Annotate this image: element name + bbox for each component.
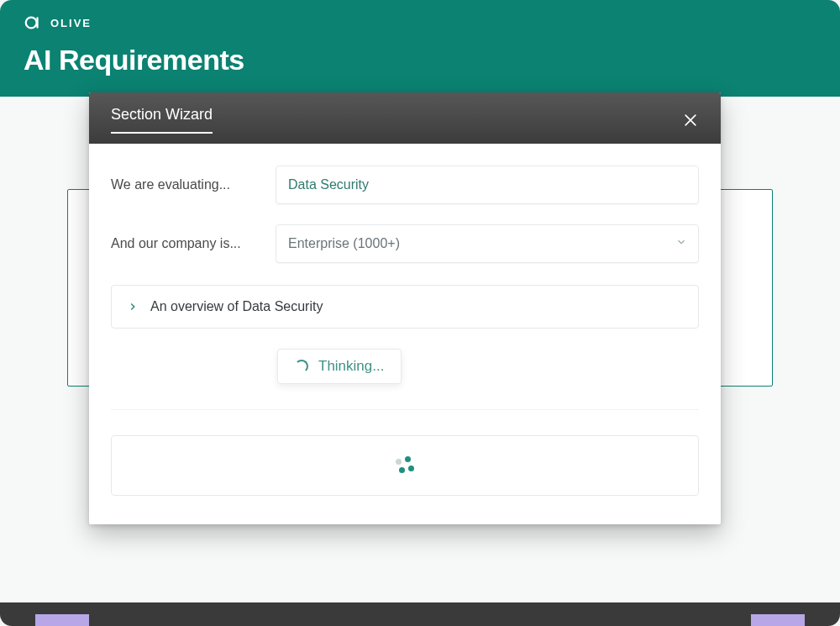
divider	[111, 409, 699, 410]
overview-label: An overview of Data Security	[150, 299, 323, 314]
svg-point-0	[26, 18, 37, 29]
brand: OLIVE	[24, 13, 816, 32]
chevron-right-icon	[127, 301, 139, 313]
overview-accordion[interactable]: An overview of Data Security	[111, 285, 699, 329]
app-header: OLIVE AI Requirements	[0, 0, 840, 97]
evaluating-row: We are evaluating...	[111, 166, 699, 204]
decoration-left	[35, 614, 89, 626]
modal-body: We are evaluating... And our company is.…	[89, 144, 721, 524]
spinner-icon	[295, 360, 308, 373]
company-row: And our company is...	[111, 224, 699, 263]
close-button[interactable]	[679, 108, 702, 132]
company-select[interactable]	[276, 224, 699, 263]
company-label: And our company is...	[111, 236, 254, 251]
loading-dots-icon	[394, 455, 416, 476]
evaluating-input[interactable]	[276, 166, 699, 204]
thinking-row: Thinking...	[111, 349, 699, 384]
thinking-label: Thinking...	[318, 358, 384, 375]
decoration-right	[751, 614, 805, 626]
modal-header: Section Wizard	[89, 92, 721, 144]
section-wizard-modal: Section Wizard We are evaluating... And …	[89, 92, 721, 524]
page-title: AI Requirements	[24, 44, 816, 76]
brand-name: OLIVE	[50, 17, 92, 29]
modal-title: Section Wizard	[111, 106, 213, 134]
loading-card	[111, 435, 699, 496]
olive-logo-icon	[24, 13, 42, 32]
thinking-indicator: Thinking...	[277, 349, 402, 384]
bottom-rail	[0, 602, 840, 626]
evaluating-label: We are evaluating...	[111, 177, 254, 192]
